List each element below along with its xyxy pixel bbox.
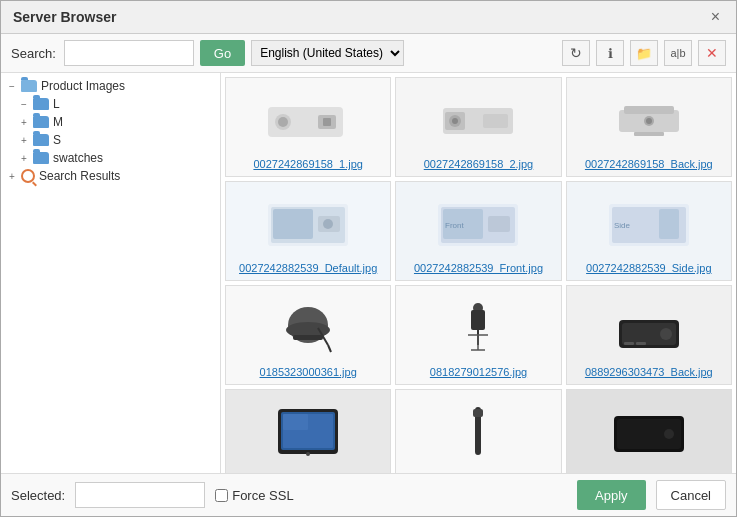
svg-rect-36 <box>471 310 485 330</box>
force-ssl-area: Force SSL <box>215 488 293 503</box>
search-label: Search: <box>11 46 56 61</box>
toggle-m[interactable]: + <box>17 115 31 129</box>
folder-icon-swatches <box>33 152 49 164</box>
folder-open-button[interactable]: 📁 <box>630 40 658 66</box>
svg-rect-27 <box>659 209 679 239</box>
image-thumb-9 <box>571 292 727 362</box>
image-cell-7[interactable]: 0185323000361.jpg <box>225 285 391 385</box>
sidebar-item-m[interactable]: + M <box>1 113 220 131</box>
ab-button[interactable]: a|b <box>664 40 692 66</box>
sidebar-item-search-results[interactable]: + Search Results <box>1 167 220 185</box>
toggle-product-images[interactable]: − <box>5 79 19 93</box>
image-cell-10[interactable] <box>225 389 391 473</box>
image-thumb-4 <box>230 188 386 258</box>
toolbar: Search: Go English (United States) ↻ ℹ 📁… <box>1 34 736 73</box>
image-label-2: 0027242869158_2.jpg <box>424 158 534 170</box>
svg-point-14 <box>646 118 652 124</box>
image-label-3: 0027242869158_Back.jpg <box>585 158 713 170</box>
image-label-9: 0889296303473_Back.jpg <box>585 366 713 378</box>
sidebar-item-s[interactable]: + S <box>1 131 220 149</box>
image-cell-5[interactable]: Front 0027242882539_Front.jpg <box>395 181 561 281</box>
image-thumb-2 <box>400 84 556 154</box>
image-grid-container: 0027242869158_1.jpg 0027242869158_2.jpg <box>221 73 736 473</box>
sidebar-label-search-results: Search Results <box>39 169 120 183</box>
image-label-6: 0027242882539_Side.jpg <box>586 262 711 274</box>
svg-rect-9 <box>483 114 508 128</box>
language-select[interactable]: English (United States) <box>251 40 404 66</box>
svg-rect-43 <box>624 342 634 345</box>
image-thumb-7 <box>230 292 386 362</box>
image-cell-8[interactable]: 0818279012576.jpg <box>395 285 561 385</box>
folder-icon-m <box>33 116 49 128</box>
image-label-7: 0185323000361.jpg <box>260 366 357 378</box>
sidebar-item-product-images[interactable]: − Product Images <box>1 77 220 95</box>
image-label-8: 0818279012576.jpg <box>430 366 527 378</box>
svg-line-33 <box>328 345 331 352</box>
sidebar-label-m: M <box>53 115 63 129</box>
refresh-button[interactable]: ↻ <box>562 40 590 66</box>
svg-rect-44 <box>636 342 646 345</box>
svg-rect-31 <box>293 335 323 340</box>
go-button[interactable]: Go <box>200 40 245 66</box>
sidebar-item-l[interactable]: − L <box>1 95 220 113</box>
info-icon: ℹ <box>608 46 613 61</box>
toggle-search-results[interactable]: + <box>5 169 19 183</box>
toggle-swatches[interactable]: + <box>17 151 31 165</box>
svg-point-42 <box>660 328 672 340</box>
image-thumb-12 <box>571 396 727 466</box>
image-label-5: 0027242882539_Front.jpg <box>414 262 543 274</box>
title-bar: Server Browser × <box>1 1 736 34</box>
svg-rect-4 <box>323 118 331 126</box>
selected-input[interactable] <box>75 482 205 508</box>
svg-rect-12 <box>634 132 664 136</box>
sidebar-label-l: L <box>53 97 60 111</box>
svg-rect-11 <box>624 106 674 114</box>
close-red-icon: ✕ <box>706 45 718 61</box>
image-thumb-3 <box>571 84 727 154</box>
image-cell-9[interactable]: 0889296303473_Back.jpg <box>566 285 732 385</box>
cancel-button[interactable]: Cancel <box>656 480 726 510</box>
footer: Selected: Force SSL Apply Cancel <box>1 473 736 516</box>
image-thumb-5: Front <box>400 188 556 258</box>
svg-point-49 <box>306 452 310 456</box>
image-cell-6[interactable]: Side 0027242882539_Side.jpg <box>566 181 732 281</box>
svg-point-2 <box>278 117 288 127</box>
folder-icon-l <box>33 98 49 110</box>
image-cell-3[interactable]: 0027242869158_Back.jpg <box>566 77 732 177</box>
info-button[interactable]: ℹ <box>596 40 624 66</box>
close-button[interactable]: × <box>707 9 724 25</box>
toggle-s[interactable]: + <box>17 133 31 147</box>
svg-point-8 <box>452 118 458 124</box>
dialog-title: Server Browser <box>13 9 117 25</box>
close-red-button[interactable]: ✕ <box>698 40 726 66</box>
image-thumb-11 <box>400 396 556 466</box>
image-cell-4[interactable]: 0027242882539_Default.jpg <box>225 181 391 281</box>
image-cell-1[interactable]: 0027242869158_1.jpg <box>225 77 391 177</box>
sidebar-item-swatches[interactable]: + swatches <box>1 149 220 167</box>
image-label-4: 0027242882539_Default.jpg <box>239 262 377 274</box>
svg-rect-17 <box>273 209 313 239</box>
selected-label: Selected: <box>11 488 65 503</box>
apply-button[interactable]: Apply <box>577 480 646 510</box>
svg-point-54 <box>664 429 674 439</box>
image-cell-11[interactable] <box>395 389 561 473</box>
sidebar-label-product-images: Product Images <box>41 79 125 93</box>
image-thumb-10 <box>230 396 386 466</box>
toggle-l[interactable]: − <box>17 97 31 111</box>
svg-text:Front: Front <box>445 221 464 230</box>
sidebar-label-s: S <box>53 133 61 147</box>
svg-point-19 <box>323 219 333 229</box>
search-input[interactable] <box>64 40 194 66</box>
image-thumb-6: Side <box>571 188 727 258</box>
image-thumb-8 <box>400 292 556 362</box>
sidebar-tree: − Product Images − L + M + S + <box>1 73 221 473</box>
main-content: − Product Images − L + M + S + <box>1 73 736 473</box>
force-ssl-checkbox[interactable] <box>215 489 228 502</box>
force-ssl-label: Force SSL <box>232 488 293 503</box>
folder-open-icon: 📁 <box>636 46 652 61</box>
image-cell-2[interactable]: 0027242869158_2.jpg <box>395 77 561 177</box>
sidebar-label-swatches: swatches <box>53 151 103 165</box>
image-cell-12[interactable] <box>566 389 732 473</box>
server-browser-dialog: Server Browser × Search: Go English (Uni… <box>0 0 737 517</box>
image-grid: 0027242869158_1.jpg 0027242869158_2.jpg <box>225 77 732 473</box>
